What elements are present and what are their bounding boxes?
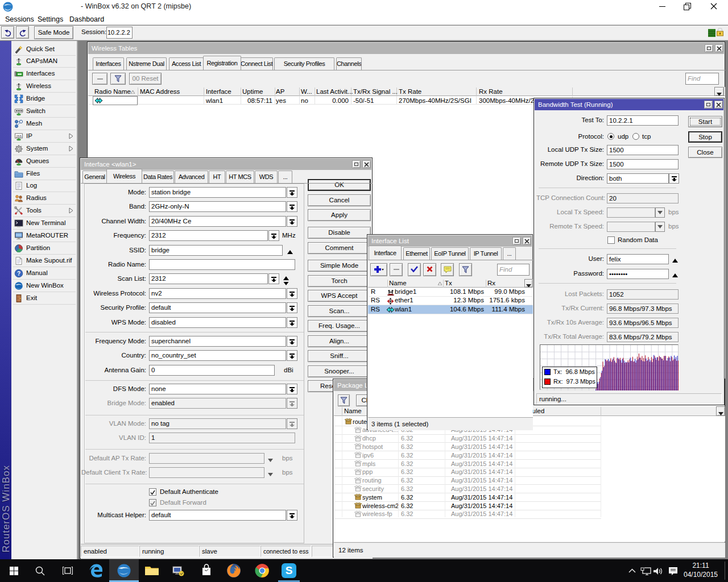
svg-text:?: ? bbox=[17, 270, 20, 276]
svg-text:255: 255 bbox=[16, 134, 22, 138]
